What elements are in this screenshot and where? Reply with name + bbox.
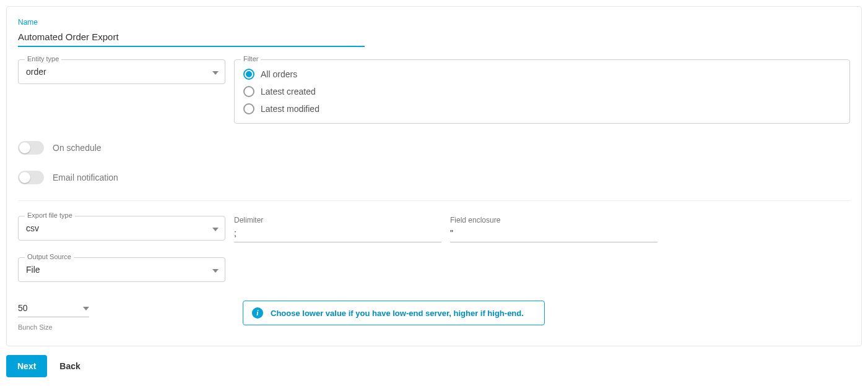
export-file-type-label: Export file type (25, 212, 75, 219)
info-alert-text: Choose lower value if you have low-end s… (271, 309, 524, 318)
output-source-label: Output Source (25, 253, 74, 260)
entity-type-label: Entity type (25, 55, 61, 62)
filter-option-label: Latest created (261, 87, 316, 96)
email-toggle-row: Email notification (18, 171, 850, 184)
name-field-block: Name (18, 18, 850, 47)
filter-option-all-orders[interactable]: All orders (243, 69, 841, 80)
filter-option-latest-created[interactable]: Latest created (243, 86, 841, 97)
info-icon: i (252, 307, 263, 318)
email-notification-toggle[interactable] (18, 171, 44, 184)
export-file-type-select[interactable]: Export file type csv (18, 216, 225, 241)
bunch-size-block: 50 Bunch Size (18, 301, 89, 331)
chevron-down-icon (212, 223, 219, 233)
export-config-panel: Name Entity type order Filter All orders… (6, 6, 862, 346)
file-options-row: Export file type csv Delimiter Field enc… (18, 216, 850, 242)
radio-unchecked-icon (243, 103, 254, 114)
radio-unchecked-icon (243, 86, 254, 97)
delimiter-label: Delimiter (234, 216, 441, 224)
on-schedule-label: On schedule (53, 143, 102, 153)
filter-option-label: All orders (261, 69, 297, 79)
email-notification-label: Email notification (53, 173, 118, 182)
field-enclosure-label: Field enclosure (450, 216, 658, 224)
export-file-type-value: csv (26, 223, 39, 233)
entity-type-select[interactable]: Entity type order (18, 59, 225, 84)
filter-fieldset: Filter All orders Latest created Latest … (234, 59, 850, 124)
filter-option-label: Latest modified (261, 104, 319, 114)
bunch-size-label: Bunch Size (18, 323, 89, 331)
chevron-down-icon (212, 67, 219, 77)
delimiter-input[interactable] (234, 226, 441, 242)
filter-label: Filter (241, 55, 261, 62)
entity-filter-row: Entity type order Filter All orders Late… (18, 59, 850, 124)
output-source-value: File (26, 265, 40, 275)
bunch-size-value: 50 (18, 303, 28, 313)
chevron-down-icon (212, 265, 219, 275)
name-label: Name (18, 18, 850, 27)
bunch-size-select[interactable]: 50 (18, 301, 89, 317)
entity-type-value: order (26, 67, 46, 77)
next-button[interactable]: Next (6, 355, 47, 377)
delimiter-block: Delimiter (234, 216, 441, 242)
info-alert: i Choose lower value if you have low-end… (243, 301, 545, 325)
radio-checked-icon (243, 69, 254, 80)
on-schedule-toggle[interactable] (18, 141, 44, 155)
filter-option-latest-modified[interactable]: Latest modified (243, 103, 841, 114)
back-button[interactable]: Back (57, 355, 82, 377)
schedule-toggle-row: On schedule (18, 141, 850, 155)
section-divider (18, 200, 850, 201)
chevron-down-icon (83, 304, 89, 312)
name-input[interactable] (18, 29, 365, 47)
output-source-select[interactable]: Output Source File (18, 257, 225, 282)
field-enclosure-input[interactable] (450, 226, 658, 242)
field-enclosure-block: Field enclosure (450, 216, 658, 242)
bunch-row: 50 Bunch Size i Choose lower value if yo… (18, 301, 850, 331)
output-source-row: Output Source File (18, 257, 850, 282)
wizard-buttons: Next Back (6, 355, 862, 377)
